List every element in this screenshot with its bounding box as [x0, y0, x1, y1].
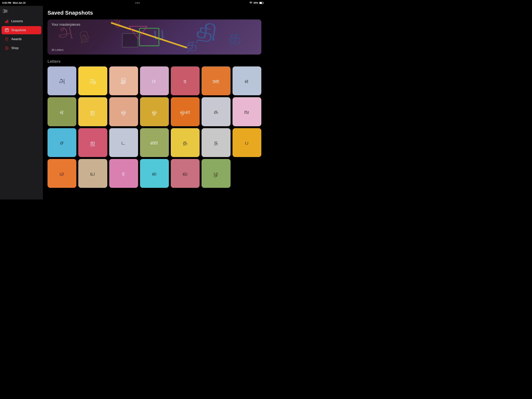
- sidebar-item-shop[interactable]: $ Shop: [1, 44, 41, 52]
- svg-rect-3: [3, 9, 5, 13]
- snapshots-icon: [5, 28, 9, 32]
- svg-rect-1: [260, 2, 262, 4]
- letter-card-8[interactable]: ஐ: [78, 97, 107, 126]
- letter-card-11[interactable]: ஔ: [171, 97, 200, 126]
- hero-count: 36 Letters: [51, 48, 257, 51]
- main-layout: Lessons Snapshots Awards: [0, 6, 266, 200]
- letters-grid: அஆஇஈஉஊஎஏஐஒஓஔகஙசஜடணதநபமயரலவழ: [48, 66, 261, 188]
- status-left: 6:02 PM Wed Jan 10: [2, 1, 25, 4]
- sidebar-item-awards[interactable]: Awards: [1, 35, 41, 43]
- letter-card-24[interactable]: ல: [140, 159, 169, 188]
- sidebar: Lessons Snapshots Awards: [0, 6, 43, 200]
- letter-card-19[interactable]: ந: [202, 128, 230, 157]
- shop-icon: $: [5, 46, 9, 50]
- status-date: Wed Jan 10: [13, 1, 25, 4]
- letter-card-6[interactable]: எ: [233, 66, 261, 95]
- shop-label: Shop: [11, 46, 19, 50]
- letter-card-7[interactable]: ஏ: [48, 97, 76, 126]
- svg-rect-2: [263, 3, 263, 3]
- letter-card-15[interactable]: ஜ: [78, 128, 107, 157]
- svg-rect-8: [6, 20, 7, 23]
- sidebar-toggle[interactable]: [0, 8, 43, 15]
- letter-card-21[interactable]: ம: [48, 159, 76, 188]
- snapshots-label: Snapshots: [11, 28, 26, 32]
- svg-rect-7: [5, 21, 6, 23]
- letter-card-2[interactable]: இ: [109, 66, 138, 95]
- letter-card-18[interactable]: த: [171, 128, 200, 157]
- status-time: 6:02 PM: [2, 1, 11, 4]
- battery-percent: 65%: [253, 1, 258, 4]
- status-right: 65%: [249, 1, 264, 4]
- letter-card-16[interactable]: ட: [109, 128, 138, 157]
- awards-icon: [5, 37, 9, 41]
- letter-card-23[interactable]: ர: [109, 159, 138, 188]
- battery-icon: [259, 2, 264, 4]
- letter-card-13[interactable]: ங: [233, 97, 261, 126]
- letter-card-14[interactable]: ச: [48, 128, 76, 157]
- page-title: Saved Snapshots: [48, 10, 261, 16]
- letter-card-12[interactable]: க: [202, 97, 230, 126]
- letter-card-4[interactable]: உ: [171, 66, 200, 95]
- svg-rect-9: [7, 20, 8, 23]
- letter-card-20[interactable]: ப: [233, 128, 261, 157]
- dot-1: [136, 3, 136, 3]
- letter-card-17[interactable]: ண: [140, 128, 169, 157]
- letter-card-9[interactable]: ஒ: [109, 97, 138, 126]
- letter-card-5[interactable]: ஊ: [202, 66, 230, 95]
- lessons-label: Lessons: [11, 19, 23, 23]
- svg-text:$: $: [6, 47, 7, 49]
- wifi-icon: [249, 2, 252, 4]
- hero-subtitle: Your masterpieces: [51, 23, 257, 27]
- letter-card-25[interactable]: வ: [171, 159, 200, 188]
- letter-card-1[interactable]: ஆ: [78, 66, 107, 95]
- awards-label: Awards: [11, 37, 22, 41]
- lessons-icon: [5, 19, 9, 23]
- letter-card-22[interactable]: ய: [78, 159, 107, 188]
- hero-overlay: Your masterpieces 36 Letters: [48, 19, 261, 55]
- status-center: [136, 3, 139, 3]
- status-bar: 6:02 PM Wed Jan 10 65%: [0, 0, 266, 6]
- sidebar-item-snapshots[interactable]: Snapshots: [1, 26, 41, 34]
- svg-rect-10: [5, 29, 9, 32]
- letters-section-title: Letters: [48, 59, 261, 64]
- letter-card-26[interactable]: ழ: [202, 159, 230, 188]
- letter-card-3[interactable]: ஈ: [140, 66, 169, 95]
- letter-card-10[interactable]: ஓ: [140, 97, 169, 126]
- content-area: Saved Snapshots அ ஆ ப தி த இ: [43, 6, 266, 200]
- letter-card-0[interactable]: அ: [48, 66, 76, 95]
- dot-3: [139, 3, 139, 3]
- hero-banner[interactable]: அ ஆ ப தி த இ த: [48, 19, 261, 55]
- sidebar-item-lessons[interactable]: Lessons: [1, 17, 41, 25]
- dot-2: [137, 3, 138, 3]
